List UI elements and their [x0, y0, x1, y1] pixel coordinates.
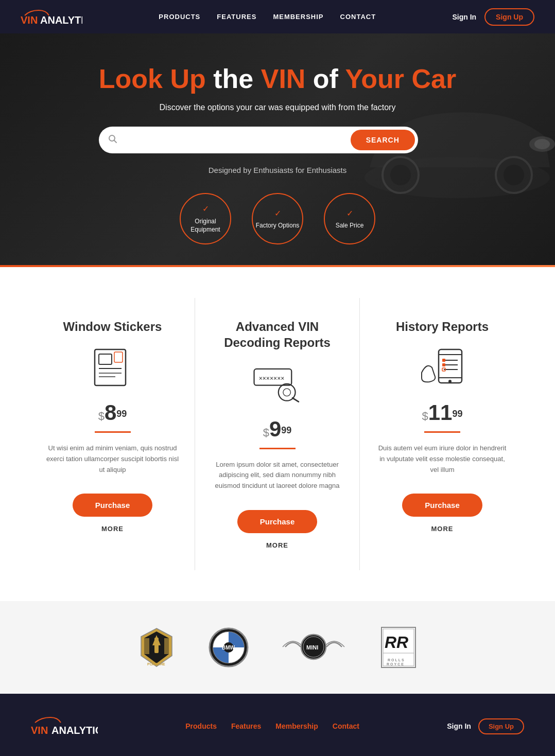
footer-nav-features[interactable]: Features — [231, 722, 261, 730]
logo-icon: VIN ANALYTICS — [21, 6, 82, 26]
check-icon-3: ✓ — [346, 208, 353, 219]
price-dollar-3: $ — [422, 410, 428, 423]
svg-rect-37 — [164, 638, 169, 654]
more-button-2[interactable]: MORE — [266, 541, 288, 549]
footer-signin-button[interactable]: Sign In — [447, 722, 471, 730]
footer-nav-products[interactable]: Products — [185, 722, 217, 730]
search-button[interactable]: SEARCH — [351, 130, 415, 150]
nav-features[interactable]: FEATURES — [217, 13, 256, 21]
vin-decode-icon: ××××××× — [252, 363, 303, 405]
product-desc-3: Duis autem vel eum iriure dolor in hendr… — [375, 443, 509, 479]
nav-products[interactable]: PRODUCTS — [159, 13, 200, 21]
products-section: Window Stickers $899 Ut wisi enim ad min… — [0, 267, 555, 601]
footer-nav-membership[interactable]: Membership — [275, 722, 318, 730]
footer-social — [31, 751, 524, 756]
price-cents-3: 99 — [452, 409, 462, 419]
price-divider-3 — [424, 431, 460, 433]
svg-rect-30 — [442, 363, 445, 366]
svg-text:BMW: BMW — [222, 645, 235, 650]
badge-label-3: Sale Price — [336, 221, 364, 230]
hero-badges: ✓ Original Equipment ✓ Factory Options ✓… — [99, 193, 456, 244]
footer-signup-button[interactable]: Sign Up — [478, 718, 524, 734]
svg-text:MINI: MINI — [306, 644, 318, 650]
product-desc-2: Lorem ipsum dolor sit amet, consectetuer… — [211, 460, 344, 496]
hero-content: Look Up the VIN of Your Car Discover the… — [99, 64, 456, 244]
price-divider-2 — [259, 448, 296, 449]
history-report-icon — [417, 347, 468, 388]
badge-original-equipment: ✓ Original Equipment — [180, 193, 231, 244]
more-button-3[interactable]: MORE — [431, 525, 454, 533]
svg-text:ROLLS: ROLLS — [388, 658, 405, 662]
svg-rect-12 — [99, 354, 112, 364]
svg-point-8 — [534, 139, 550, 149]
price-cents-2: 99 — [281, 425, 291, 435]
brands-section: PORSCHE BMW MINI — [0, 601, 555, 694]
check-icon-2: ✓ — [274, 208, 281, 219]
svg-text:VIN: VIN — [21, 14, 38, 26]
main-nav: PRODUCTS FEATURES MEMBERSHIP CONTACT — [159, 13, 376, 21]
product-card-vin-decoding: Advanced VIN Decoding Reports ××××××× $9… — [195, 298, 360, 570]
product-card-window-stickers: Window Stickers $899 Ut wisi enim ad min… — [30, 298, 195, 570]
nav-membership[interactable]: MEMBERSHIP — [273, 13, 323, 21]
product-title-2: Advanced VIN Decoding Reports — [211, 319, 344, 350]
svg-point-6 — [504, 165, 524, 185]
signup-button[interactable]: Sign Up — [484, 8, 534, 26]
window-sticker-icon — [87, 347, 138, 388]
footer-logo-icon: VIN ANALYTICS — [31, 714, 98, 736]
badge-sale-price: ✓ Sale Price — [324, 193, 375, 244]
price-cents-1: 99 — [116, 409, 127, 419]
svg-text:ANALYTICS: ANALYTICS — [51, 725, 98, 736]
badge-factory-options: ✓ Factory Options — [252, 193, 303, 244]
svg-text:×××××××: ××××××× — [258, 374, 284, 381]
svg-point-21 — [283, 389, 290, 396]
footer-nav-contact[interactable]: Contact — [333, 722, 359, 730]
product-title-3: History Reports — [375, 319, 509, 335]
search-bar: SEARCH — [99, 127, 418, 153]
price-dollar-2: $ — [263, 426, 269, 439]
product-desc-1: Ut wisi enim ad minim veniam, quis nostr… — [46, 443, 179, 479]
brand-rolls-royce: RR ROLLS ROYCE — [378, 627, 419, 668]
price-amount-1: 8 — [105, 400, 116, 425]
auth-buttons: Sign In Sign Up — [452, 8, 534, 26]
svg-line-20 — [292, 398, 299, 401]
svg-text:RR: RR — [385, 633, 408, 652]
svg-text:ANALYTICS: ANALYTICS — [40, 14, 82, 26]
footer-auth: Sign In Sign Up — [447, 718, 524, 734]
brand-bmw: BMW — [208, 627, 249, 668]
badge-label-1: Original Equipment — [181, 217, 230, 235]
purchase-button-1[interactable]: Purchase — [73, 494, 153, 517]
product-price-1: $899 — [46, 400, 179, 425]
product-card-history-reports: History Reports $1199 Dui — [360, 298, 525, 570]
more-button-1[interactable]: MORE — [101, 525, 124, 533]
badge-label-2: Factory Options — [256, 221, 300, 230]
footer-logo: VIN ANALYTICS — [31, 714, 98, 739]
header: VIN ANALYTICS PRODUCTS FEATURES MEMBERSH… — [0, 0, 555, 33]
brand-porsche: PORSCHE — [136, 627, 177, 668]
price-amount-2: 9 — [269, 417, 281, 441]
check-icon-1: ✓ — [202, 203, 209, 215]
logo[interactable]: VIN ANALYTICS — [21, 6, 82, 28]
hero-tagline: Designed by Enthusiasts for Enthusiasts — [99, 166, 456, 174]
price-divider-1 — [95, 431, 131, 433]
price-dollar-1: $ — [98, 410, 105, 423]
signin-button[interactable]: Sign In — [452, 13, 476, 21]
price-amount-3: 11 — [428, 400, 453, 425]
purchase-button-2[interactable]: Purchase — [237, 510, 318, 533]
svg-line-10 — [114, 140, 116, 143]
purchase-button-3[interactable]: Purchase — [402, 494, 482, 517]
vin-input[interactable] — [123, 136, 351, 144]
svg-rect-36 — [144, 638, 149, 654]
hero-title: Look Up the VIN of Your Car — [99, 64, 456, 94]
svg-rect-29 — [442, 359, 445, 362]
product-price-2: $999 — [211, 417, 344, 442]
nav-contact[interactable]: CONTACT — [340, 13, 376, 21]
search-icon — [108, 134, 117, 146]
svg-rect-16 — [114, 352, 123, 362]
svg-text:ROYCE: ROYCE — [387, 662, 405, 666]
svg-point-25 — [448, 380, 452, 383]
product-price-3: $1199 — [375, 400, 509, 425]
footer-top: VIN ANALYTICS Products Features Membersh… — [31, 714, 524, 751]
brand-mini: MINI — [280, 627, 347, 668]
hero-section: Look Up the VIN of Your Car Discover the… — [0, 33, 555, 265]
hero-subtitle: Discover the options your car was equipp… — [99, 103, 456, 112]
